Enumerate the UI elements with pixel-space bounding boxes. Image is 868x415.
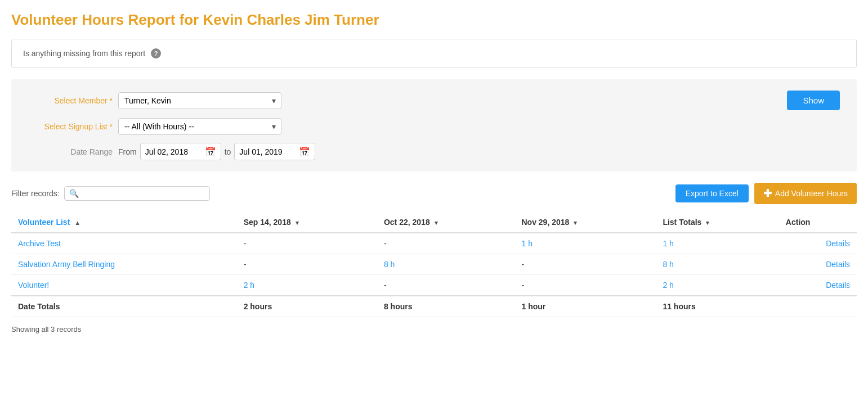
col-action: Action (779, 212, 857, 233)
volunteer-hours-table: Volunteer List ▲ Sep 14, 2018 ▾ Oct 22, … (11, 212, 857, 317)
col-sep14[interactable]: Sep 14, 2018 ▾ (237, 212, 377, 233)
col-nov29[interactable]: Nov 29, 2018 ▾ (514, 212, 656, 233)
totals-cell: 2 hours (237, 296, 377, 317)
table-row: Salvation Army Bell Ringing-8 h-8 hDetai… (11, 254, 857, 275)
col-volunteer-list[interactable]: Volunteer List ▲ (11, 212, 237, 233)
date-to-input[interactable] (239, 147, 296, 156)
member-filter-row: Select Member * Turner, Kevin Show (28, 91, 840, 110)
table-cell: 8 h (656, 254, 778, 275)
add-volunteer-hours-button[interactable]: ✚ Add Volunteer Hours (754, 183, 857, 204)
signup-filter-row: Select Signup List * -- All (With Hours)… (28, 118, 840, 135)
table-cell: - (514, 275, 656, 296)
calendar-from-icon[interactable]: 📅 (205, 146, 216, 157)
page-title-name: Kevin Charles Jim Turner (203, 11, 379, 28)
page-title: Volunteer Hours Report for Kevin Charles… (11, 11, 857, 29)
totals-row: Date Totals2 hours8 hours1 hour11 hours (11, 296, 857, 317)
col-oct22[interactable]: Oct 22, 2018 ▾ (377, 212, 515, 233)
table-cell: 2 h (237, 275, 377, 296)
page-title-static: Volunteer Hours Report for (11, 11, 199, 28)
filters-section: Select Member * Turner, Kevin Show Selec… (11, 79, 857, 172)
info-text: Is anything missing from this report (23, 49, 145, 58)
table-row: Volunter!2 h--2 hDetails (11, 275, 857, 296)
from-label: From (118, 147, 137, 156)
date-range-label: Date Range (28, 147, 118, 156)
search-input[interactable] (81, 189, 205, 198)
volunteer-list-link[interactable]: Archive Test (18, 239, 61, 248)
details-link[interactable]: Details (826, 260, 850, 269)
filters-top: Select Member * Turner, Kevin Show Selec… (28, 91, 840, 160)
plus-icon: ✚ (763, 187, 772, 200)
add-label: Add Volunteer Hours (775, 189, 848, 198)
date-from-wrapper: 📅 (140, 143, 221, 160)
totals-cell: 11 hours (656, 296, 778, 317)
table-cell: - (514, 254, 656, 275)
help-icon[interactable]: ? (151, 48, 161, 58)
col-list-totals[interactable]: List Totals ▾ (656, 212, 778, 233)
signup-select-wrapper: -- All (With Hours) -- (118, 118, 281, 135)
table-cell: - (237, 254, 377, 275)
table-cell: 1 h (514, 233, 656, 254)
table-cell: 8 h (377, 254, 515, 275)
details-link[interactable]: Details (826, 281, 850, 290)
to-label: to (225, 147, 231, 156)
info-box: Is anything missing from this report ? (11, 39, 857, 68)
date-from-input[interactable] (145, 147, 202, 156)
date-to-wrapper: 📅 (234, 143, 315, 160)
totals-cell: Date Totals (11, 296, 237, 317)
table-cell: - (237, 233, 377, 254)
toolbar: Filter records: 🔍 Export to Excel ✚ Add … (11, 183, 857, 204)
details-link[interactable]: Details (826, 239, 850, 248)
filter-records-label: Filter records: (11, 189, 60, 198)
table-row: Archive Test--1 h1 hDetails (11, 233, 857, 254)
totals-cell: 8 hours (377, 296, 515, 317)
table-cell: 1 h (656, 233, 778, 254)
sort-arrow-nov29: ▾ (574, 219, 577, 226)
sort-arrow-sep14: ▾ (296, 219, 299, 226)
table-cell: - (377, 275, 515, 296)
table-cell: - (377, 233, 515, 254)
member-select[interactable]: Turner, Kevin (118, 92, 281, 109)
member-label: Select Member * (28, 96, 118, 105)
showing-text: Showing all 3 records (11, 325, 857, 333)
export-button[interactable]: Export to Excel (675, 184, 749, 202)
sort-arrow-list-totals: ▾ (706, 219, 709, 226)
totals-cell (779, 296, 857, 317)
volunteer-list-link[interactable]: Salvation Army Bell Ringing (18, 260, 115, 269)
calendar-to-icon[interactable]: 📅 (299, 146, 310, 157)
search-icon: 🔍 (69, 189, 79, 198)
date-range-row: Date Range From 📅 to 📅 (28, 143, 840, 160)
show-button[interactable]: Show (787, 91, 840, 110)
sort-arrow-volunteer: ▲ (74, 219, 80, 226)
sort-arrow-oct22: ▾ (435, 219, 438, 226)
table-cell: 2 h (656, 275, 778, 296)
signup-label: Select Signup List * (28, 122, 118, 131)
totals-cell: 1 hour (514, 296, 656, 317)
signup-select[interactable]: -- All (With Hours) -- (118, 118, 281, 135)
table-header-row: Volunteer List ▲ Sep 14, 2018 ▾ Oct 22, … (11, 212, 857, 233)
search-wrapper: 🔍 (64, 186, 210, 201)
member-select-wrapper: Turner, Kevin (118, 92, 281, 109)
volunteer-list-link[interactable]: Volunter! (18, 281, 49, 290)
